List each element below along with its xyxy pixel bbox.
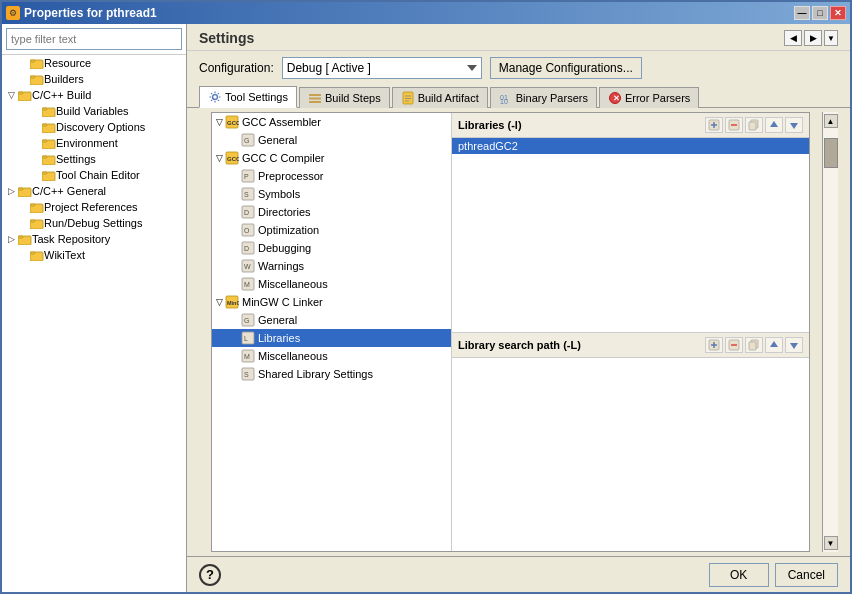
tab-build-steps[interactable]: Build Steps <box>299 87 390 108</box>
nav-back-button[interactable]: ◀ <box>784 30 802 46</box>
minimize-button[interactable]: — <box>794 6 810 20</box>
library-item-pthreadGC2[interactable]: pthreadGC2 <box>452 138 809 154</box>
filter-input[interactable] <box>6 28 182 50</box>
folder-icon-tool-chain <box>42 169 56 181</box>
maximize-button[interactable]: □ <box>812 6 828 20</box>
settings-tree-linker-general[interactable]: ▷ G General <box>212 311 451 329</box>
tab-binary-parsers[interactable]: 01 10 Binary Parsers <box>490 87 597 108</box>
tree-item-task-repository[interactable]: ▷ Task Repository <box>2 231 186 247</box>
settings-tree-preprocessor[interactable]: ▷ P Preprocessor <box>212 167 451 185</box>
help-button[interactable]: ? <box>199 564 221 586</box>
expander-ccpp-general[interactable]: ▷ <box>6 186 16 196</box>
tree-item-resource[interactable]: Resource <box>2 55 186 71</box>
close-button[interactable]: ✕ <box>830 6 846 20</box>
lib-move-up-button[interactable] <box>765 117 783 133</box>
lib-search-delete-button[interactable] <box>725 337 743 353</box>
tree-item-tool-chain-editor[interactable]: Tool Chain Editor <box>2 167 186 183</box>
lib-copy-button[interactable] <box>745 117 763 133</box>
settings-tree-mingw-linker[interactable]: ▽ MinGW MinGW C Linker <box>212 293 451 311</box>
label-ccpp-general: C/C++ General <box>32 185 106 197</box>
settings-tree-gcc-assembler[interactable]: ▽ GCC GCC Assembler <box>212 113 451 131</box>
svg-rect-9 <box>42 124 47 126</box>
folder-icon-resource <box>30 57 44 69</box>
icon-gcc-assembler: GCC <box>225 115 239 129</box>
settings-tree-misc-gcc[interactable]: ▷ M Miscellaneous <box>212 275 451 293</box>
tree-item-wikitext[interactable]: WikiText <box>2 247 186 263</box>
scroll-up-button[interactable]: ▲ <box>824 114 838 128</box>
nav-forward-button[interactable]: ▶ <box>804 30 822 46</box>
window-title: Properties for pthread1 <box>24 6 157 20</box>
icon-preprocessor: P <box>241 169 255 183</box>
expander-ccpp-build[interactable]: ▽ <box>6 90 16 100</box>
svg-marker-72 <box>770 121 778 127</box>
tree-item-ccpp-build[interactable]: ▽ C/C++ Build <box>2 87 186 103</box>
ok-button[interactable]: OK <box>709 563 769 587</box>
svg-rect-30 <box>403 92 413 104</box>
settings-tree-optimization[interactable]: ▷ O Optimization <box>212 221 451 239</box>
icon-directories: D <box>241 205 255 219</box>
settings-tree-libraries[interactable]: ▷ L Libraries <box>212 329 451 347</box>
move-down-search-icon <box>788 339 800 351</box>
tab-label-binary-parsers: Binary Parsers <box>516 92 588 104</box>
svg-marker-79 <box>790 343 798 349</box>
label-shared-lib-settings: Shared Library Settings <box>258 368 373 380</box>
tree-item-settings[interactable]: Settings <box>2 151 186 167</box>
tree-item-ccpp-general[interactable]: ▷ C/C++ General <box>2 183 186 199</box>
delete-search-icon <box>728 339 740 351</box>
settings-tree-gcc-c-compiler[interactable]: ▽ GCC GCC C Compiler <box>212 149 451 167</box>
lib-search-move-up-button[interactable] <box>765 337 783 353</box>
lib-search-add-button[interactable] <box>705 337 723 353</box>
label-settings-leaf: Settings <box>56 153 96 165</box>
settings-tree-gcc-asm-general[interactable]: ▷ G General <box>212 131 451 149</box>
settings-tree-warnings[interactable]: ▷ W Warnings <box>212 257 451 275</box>
expander-gcc-assembler[interactable]: ▽ <box>216 117 223 127</box>
lib-delete-button[interactable] <box>725 117 743 133</box>
folder-icon-build-variables <box>42 105 56 117</box>
settings-tree-directories[interactable]: ▷ D Directories <box>212 203 451 221</box>
config-dropdown[interactable]: Debug [ Active ] <box>282 57 482 79</box>
move-down-icon <box>788 119 800 131</box>
lib-move-down-button[interactable] <box>785 117 803 133</box>
tree-item-build-variables[interactable]: Build Variables <box>2 103 186 119</box>
svg-text:W: W <box>244 263 251 270</box>
settings-tree-linker-misc[interactable]: ▷ M Miscellaneous <box>212 347 451 365</box>
content-area: Resource Builders <box>2 24 850 592</box>
scrollbar-thumb[interactable] <box>824 138 838 168</box>
settings-tree-shared-lib[interactable]: ▷ S Shared Library Settings <box>212 365 451 383</box>
expander-gcc-c-compiler[interactable]: ▽ <box>216 153 223 163</box>
expander-build-vars <box>30 106 40 116</box>
folder-icon-task-repo <box>18 233 32 245</box>
tree-item-project-references[interactable]: Project References <box>2 199 186 215</box>
lib-search-move-down-button[interactable] <box>785 337 803 353</box>
label-optimization: Optimization <box>258 224 319 236</box>
label-gcc-c-compiler: GCC C Compiler <box>242 152 325 164</box>
add-icon <box>708 119 720 131</box>
lib-add-button[interactable] <box>705 117 723 133</box>
cancel-button[interactable]: Cancel <box>775 563 838 587</box>
tree-item-discovery-options[interactable]: Discovery Options <box>2 119 186 135</box>
tree-item-environment[interactable]: Environment <box>2 135 186 151</box>
label-warnings: Warnings <box>258 260 304 272</box>
settings-tree-symbols[interactable]: ▷ S Symbols <box>212 185 451 203</box>
settings-tree-debugging[interactable]: ▷ D Debugging <box>212 239 451 257</box>
expander-mingw-linker[interactable]: ▽ <box>216 297 223 307</box>
tree-item-run-debug[interactable]: Run/Debug Settings <box>2 215 186 231</box>
tab-build-artifact[interactable]: Build Artifact <box>392 87 488 108</box>
tab-tool-settings[interactable]: Tool Settings <box>199 86 297 108</box>
settings-header: Settings ◀ ▶ ▼ <box>187 24 850 51</box>
svg-rect-21 <box>30 220 35 222</box>
delete-icon <box>728 119 740 131</box>
icon-linker-general: G <box>241 313 255 327</box>
tree-item-builders[interactable]: Builders <box>2 71 186 87</box>
expander-task-repo[interactable]: ▷ <box>6 234 16 244</box>
tab-error-parsers[interactable]: ✕ Error Parsers <box>599 87 699 108</box>
left-tree: Resource Builders <box>2 55 186 592</box>
scroll-down-button[interactable]: ▼ <box>824 536 838 550</box>
folder-icon-builders <box>30 73 44 85</box>
lib-search-copy-button[interactable] <box>745 337 763 353</box>
manage-configs-button[interactable]: Manage Configurations... <box>490 57 642 79</box>
label-symbols: Symbols <box>258 188 300 200</box>
svg-marker-78 <box>770 341 778 347</box>
libraries-panel-header: Libraries (-l) <box>452 113 809 138</box>
nav-dropdown-button[interactable]: ▼ <box>824 30 838 46</box>
